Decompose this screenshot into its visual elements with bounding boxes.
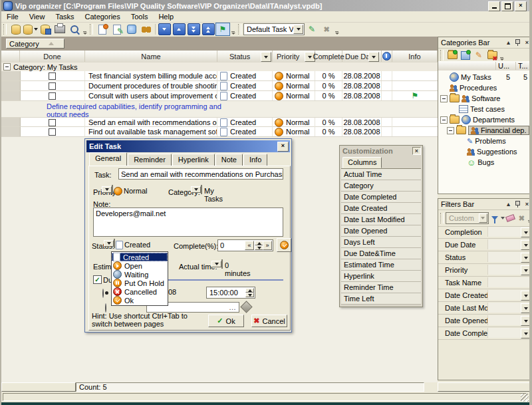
due-time-input[interactable]: 15:00:00: [206, 287, 255, 299]
filter-row-date-created[interactable]: Date Created: [438, 289, 532, 302]
filter-row-date-last-modified[interactable]: Date Last Modifi: [438, 302, 532, 315]
delete-filter-button[interactable]: ✖: [516, 211, 527, 225]
toolbar-grab-handle3[interactable]: [238, 24, 241, 35]
customization-item[interactable]: Date Completed: [341, 192, 421, 203]
toolbar-grab-handle[interactable]: [3, 24, 7, 35]
status-option-created[interactable]: Created: [112, 253, 168, 261]
filter-preset-combo[interactable]: Custom: [446, 212, 489, 224]
task-row[interactable]: Consult with users about improvement of …: [1, 91, 438, 101]
done-checkbox[interactable]: [49, 72, 56, 80]
toolbar-overflow3[interactable]: [334, 23, 340, 37]
done-checkbox[interactable]: [49, 128, 56, 136]
customization-item[interactable]: Days Left: [341, 237, 421, 248]
toolbar-overflow[interactable]: [82, 23, 88, 37]
column-info[interactable]: Info: [392, 51, 438, 62]
categories-toolbar-overflow[interactable]: [499, 49, 505, 63]
categories-collapse-button[interactable]: ▴: [504, 39, 513, 47]
tree-item-financial-dep[interactable]: Financial dep.: [438, 125, 532, 136]
menu-view[interactable]: View: [24, 12, 51, 21]
open-database-button[interactable]: [23, 23, 38, 36]
tree-item-my-tasks[interactable]: My Tasks 5 5: [438, 72, 532, 82]
filter-row-priority[interactable]: Priority: [438, 264, 532, 277]
categories-close-button[interactable]: ×: [523, 39, 531, 47]
toolbar-overflow2[interactable]: [230, 23, 236, 37]
tab-hyperlink[interactable]: Hyperlink: [172, 154, 215, 166]
filter-dropdown[interactable]: [521, 329, 531, 338]
tab-info[interactable]: Info: [243, 154, 267, 166]
status-option-ok[interactable]: Ok: [112, 296, 168, 305]
move-up-button[interactable]: [172, 23, 186, 36]
tree-item-test-cases[interactable]: Test cases: [438, 104, 532, 114]
close-button[interactable]: ×: [515, 1, 527, 11]
software-collapse-icon[interactable]: [440, 95, 448, 102]
filter-row-status[interactable]: Status: [438, 251, 532, 264]
customization-item[interactable]: Estimated Time: [341, 259, 421, 271]
complete-input[interactable]: 0 « »: [217, 239, 273, 251]
toolbar-grab-handle2[interactable]: [90, 24, 93, 35]
filter-dropdown[interactable]: [521, 227, 531, 237]
status-dropdown[interactable]: [104, 240, 114, 247]
filter-row-due-date[interactable]: Due Date: [438, 239, 532, 251]
menu-help[interactable]: Help: [153, 12, 179, 21]
task-row[interactable]: Test financial system billing module acc…: [1, 71, 438, 81]
status-combo[interactable]: Created: [114, 239, 115, 248]
filter-dropdown[interactable]: [521, 265, 531, 275]
filter-row-task-name[interactable]: Task Name: [438, 277, 532, 289]
filter-row-completion[interactable]: Completion: [438, 226, 532, 239]
tree-item-bugs[interactable]: ☺ Bugs: [438, 157, 532, 168]
menu-file[interactable]: File: [1, 12, 24, 21]
filter-dropdown[interactable]: [521, 303, 531, 313]
menu-tools[interactable]: Tools: [126, 12, 154, 21]
maximize-button[interactable]: [501, 1, 513, 11]
filter-preset-dropdown[interactable]: [479, 213, 487, 223]
clear-view-button[interactable]: ✖: [319, 23, 334, 36]
edit-category-button[interactable]: ✎: [472, 49, 485, 62]
customization-item[interactable]: Actual Time: [341, 169, 421, 180]
complete-min-button[interactable]: «: [245, 241, 254, 250]
categories-pin-button[interactable]: [513, 39, 522, 47]
delete-category-button[interactable]: ✖: [485, 49, 499, 62]
tab-note[interactable]: Note: [215, 154, 243, 166]
customization-item[interactable]: Time Left: [341, 293, 421, 305]
note-textarea[interactable]: Developers@mail.net: [93, 207, 283, 237]
tree-item-suggestions[interactable]: Suggestions: [438, 146, 532, 157]
print-preview-button[interactable]: [67, 23, 82, 36]
status-option-waiting[interactable]: Waiting: [112, 270, 168, 279]
resize-grip[interactable]: [521, 394, 529, 402]
filter-dropdown[interactable]: [521, 316, 531, 326]
view-tasks-button[interactable]: [139, 23, 154, 36]
priority-combo[interactable]: Normal: [112, 185, 113, 194]
customization-item[interactable]: Date Opened: [341, 225, 421, 237]
filters-pin-button[interactable]: [513, 200, 522, 208]
customization-item[interactable]: Date Last Modified: [341, 214, 421, 225]
status-option-cancelled[interactable]: Cancelled: [112, 287, 168, 296]
status-filter-button[interactable]: [261, 52, 271, 62]
collapse-group-icon[interactable]: [3, 63, 11, 70]
due-period-radio[interactable]: [105, 303, 106, 313]
customization-item[interactable]: Date Created: [341, 203, 421, 214]
category-dropdown[interactable]: [191, 186, 201, 193]
column-uncompleted[interactable]: U...: [495, 62, 509, 70]
customization-item[interactable]: Reminder Time: [341, 282, 421, 293]
menu-tasks[interactable]: Tasks: [50, 12, 79, 21]
filter-dropdown[interactable]: [521, 253, 531, 263]
task-input[interactable]: Send an email with recommendations on Pu…: [118, 168, 283, 180]
due-date-filter-button[interactable]: [368, 52, 379, 62]
selected-category[interactable]: Financial dep.: [468, 126, 529, 135]
filters-toolbar-overflow[interactable]: [527, 211, 532, 225]
task-row[interactable]: Find out available task management softw…: [1, 127, 438, 137]
task-view-dropdown[interactable]: [293, 25, 303, 34]
customization-item[interactable]: Due Date&Time: [341, 248, 421, 259]
tree-item-departments[interactable]: Departments: [438, 114, 532, 125]
flag-filter-button[interactable]: ⚑: [215, 23, 230, 36]
minimize-button[interactable]: [488, 1, 500, 11]
edit-task-button[interactable]: ✎: [110, 23, 124, 36]
customization-close-button[interactable]: ×: [412, 147, 421, 155]
group-by-category-button[interactable]: Category: [6, 39, 65, 49]
due-time-spinner[interactable]: [245, 288, 254, 297]
ok-button[interactable]: ✓ Ok: [208, 315, 244, 327]
financial-collapse-icon[interactable]: [447, 127, 454, 134]
done-checkbox[interactable]: [49, 92, 56, 100]
menu-categories[interactable]: Categories: [80, 12, 126, 21]
dialog-close-button[interactable]: ×: [277, 142, 289, 152]
